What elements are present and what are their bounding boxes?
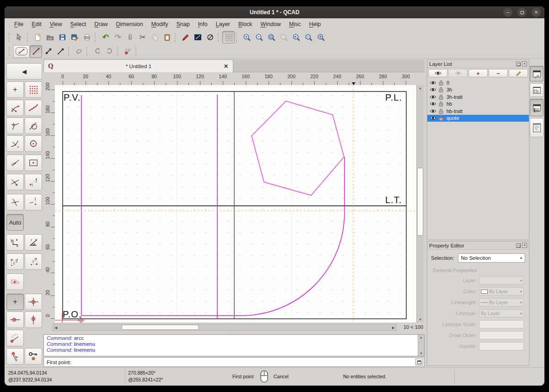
snap-crossing-button[interactable]: [6, 194, 24, 210]
layer-lock-icon[interactable]: [439, 108, 443, 114]
command-line-toggle-button[interactable]: [415, 359, 423, 365]
panel-close-icon[interactable]: ✕: [522, 61, 527, 66]
dock-command-line-button[interactable]: [530, 118, 544, 137]
add-layer-button[interactable]: +: [468, 69, 488, 77]
snap-grid-button[interactable]: [25, 81, 42, 98]
command-input[interactable]: [71, 359, 415, 366]
undo-button[interactable]: ↶: [99, 31, 112, 43]
open-file-button[interactable]: [44, 31, 56, 43]
layer-visible-icon[interactable]: [430, 95, 436, 99]
titlebar[interactable]: Untitled 1 * - QCAD ─ ✕: [5, 6, 544, 18]
snap-tangent-button[interactable]: [25, 118, 42, 134]
menu-item[interactable]: Help: [305, 20, 325, 29]
history-scrollbar[interactable]: ▲ ▼: [418, 335, 424, 356]
layer-lock-icon[interactable]: [439, 101, 443, 107]
layer-visible-icon[interactable]: [430, 116, 436, 120]
restrict-horizontal-button[interactable]: [6, 311, 24, 328]
set-relative-zero-button[interactable]: [6, 348, 24, 365]
line-menu-button[interactable]: [13, 45, 30, 58]
empty-set-button[interactable]: [204, 31, 216, 43]
menu-item[interactable]: Layer: [212, 20, 234, 29]
snap-settings-button[interactable]: [6, 274, 24, 290]
horizontal-scrollbar[interactable]: ◀ ▶: [53, 324, 397, 331]
handle-input[interactable]: [479, 342, 524, 350]
snap-manual-point-button[interactable]: !: [25, 194, 42, 210]
lock-relative-zero-button[interactable]: [25, 348, 42, 365]
coordinate-polar-button[interactable]: ra: [25, 234, 42, 251]
snap-emphasis-button[interactable]: [122, 45, 134, 58]
menu-item[interactable]: Misc: [285, 20, 305, 29]
linetype-dropdown[interactable]: By Layer▾: [479, 309, 524, 317]
layer-visible-icon[interactable]: [430, 102, 436, 106]
restrict-angle-button[interactable]: [6, 330, 24, 346]
menu-item[interactable]: Window: [256, 20, 285, 29]
paperclip-button[interactable]: [124, 31, 136, 43]
paste-button[interactable]: [161, 31, 173, 43]
layer-visible-icon[interactable]: [430, 81, 436, 85]
new-file-button[interactable]: [32, 31, 44, 43]
layer-lock-icon[interactable]: [439, 115, 443, 121]
snap-free-button[interactable]: +: [6, 81, 24, 98]
zoom-in-button[interactable]: [241, 31, 253, 43]
close-button[interactable]: ✕: [532, 8, 541, 17]
layer-row[interactable]: 3h-tratt: [427, 93, 529, 101]
layer-row[interactable]: hb-tratt: [427, 107, 529, 115]
cut-button[interactable]: ✂: [136, 31, 149, 43]
drawing-preferences-button[interactable]: [192, 31, 204, 43]
zoom-out-button[interactable]: [253, 31, 265, 43]
scroll-up-icon[interactable]: ▲: [417, 86, 424, 90]
edit-layer-button[interactable]: [509, 69, 528, 77]
linetype-scale-input[interactable]: [479, 320, 524, 328]
back-button[interactable]: ◀: [6, 63, 42, 80]
menu-item[interactable]: Select: [66, 20, 91, 29]
infinite-line-button[interactable]: [42, 45, 54, 58]
select-tool-button[interactable]: [13, 31, 26, 43]
menu-item[interactable]: View: [46, 20, 66, 29]
magenta-arc-path[interactable]: [81, 157, 344, 316]
zoom-back-button[interactable]: [290, 31, 302, 43]
restrict-off-button[interactable]: +: [6, 294, 24, 310]
minimize-button[interactable]: ─: [503, 8, 512, 17]
tab-untitled[interactable]: Q * Untitled 1 ✕: [43, 59, 233, 72]
layer-dropdown[interactable]: ▾: [479, 276, 524, 285]
application-preferences-button[interactable]: [179, 31, 192, 43]
ray-button[interactable]: [54, 45, 67, 58]
dock-layer-list-button[interactable]: [530, 99, 544, 116]
scroll-left-icon[interactable]: ◀: [54, 326, 57, 330]
panel-close-icon[interactable]: ✕: [522, 243, 527, 248]
layer-row[interactable]: 0: [427, 79, 529, 86]
hide-all-layers-button[interactable]: [448, 69, 468, 77]
menu-item[interactable]: Edit: [27, 20, 46, 29]
zoom-previous-button[interactable]: [278, 31, 290, 43]
panel-float-icon[interactable]: [516, 243, 521, 248]
show-all-layers-button[interactable]: [428, 69, 447, 77]
color-dropdown[interactable]: By Layer▾: [479, 287, 524, 295]
pan-button[interactable]: [315, 31, 327, 43]
zoom-window-button[interactable]: [302, 31, 315, 43]
coordinate-cartesian-button[interactable]: yx: [6, 234, 24, 251]
restrict-vertical-button[interactable]: [25, 311, 42, 328]
menu-item[interactable]: Dimension: [112, 20, 147, 29]
scroll-down-icon[interactable]: ▼: [417, 318, 424, 321]
layer-lock-icon[interactable]: [439, 80, 443, 86]
snap-endpoints-button[interactable]: [6, 100, 24, 116]
redo-button[interactable]: ↷: [112, 31, 124, 43]
freehand-line-button[interactable]: [73, 45, 85, 58]
grid-toggle-button[interactable]: [222, 31, 235, 43]
menu-item[interactable]: Info: [194, 20, 212, 29]
remove-layer-button[interactable]: −: [489, 69, 508, 77]
menu-item[interactable]: Block: [234, 20, 257, 29]
layer-lock-icon[interactable]: [439, 87, 443, 92]
menu-item[interactable]: Snap: [172, 20, 194, 29]
auto-snap-button[interactable]: Auto: [6, 214, 24, 231]
layer-lock-icon[interactable]: [439, 94, 443, 100]
dock-property-editor-button[interactable]: [530, 66, 544, 81]
snap-reference-button[interactable]: [25, 155, 42, 171]
snap-entity-points-button[interactable]: [25, 100, 42, 116]
dock-block-list-button[interactable]: [530, 83, 544, 97]
drawing-canvas[interactable]: P.V. P.L. L.T. P.O.: [55, 85, 416, 322]
snap-middle-button[interactable]: [6, 155, 24, 171]
save-as-button[interactable]: [69, 31, 81, 43]
draw-order-input[interactable]: [479, 331, 524, 339]
restrict-orthogonal-button[interactable]: [25, 294, 42, 310]
